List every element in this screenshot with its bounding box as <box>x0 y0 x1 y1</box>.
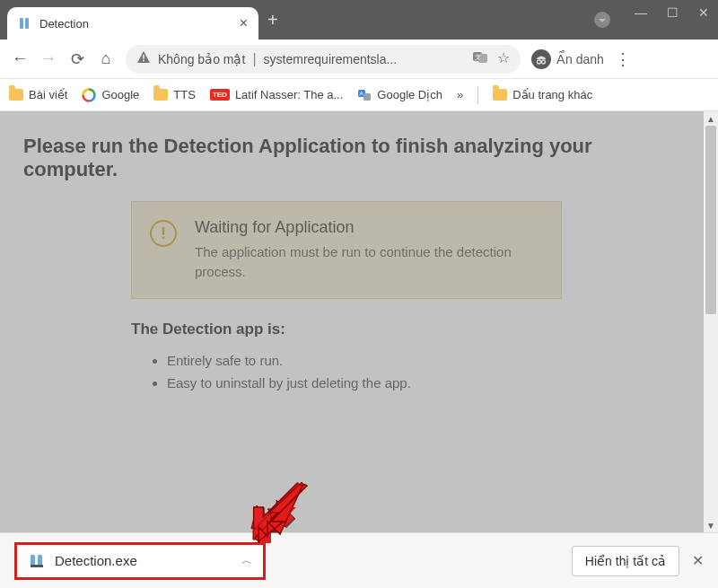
bookmark-star-icon[interactable]: ☆ <box>497 49 510 69</box>
incognito-label: Ẩn danh <box>556 52 604 66</box>
bookmarks-separator <box>477 86 478 104</box>
download-bar: Detection.exe ︿ Hiển thị tất cả ✕ <box>0 532 718 588</box>
svg-rect-15 <box>363 93 371 101</box>
address-bar[interactable]: Không bảo mật | systemrequirementsla... … <box>126 45 521 74</box>
security-label: Không bảo mật <box>158 52 245 66</box>
window-minimize-button[interactable]: — <box>635 5 647 20</box>
svg-rect-25 <box>31 565 43 567</box>
forward-button[interactable]: → <box>39 49 57 68</box>
vertical-scrollbar[interactable]: ▲ ▼ <box>704 111 718 532</box>
chevron-up-icon[interactable]: ︿ <box>241 553 252 568</box>
url-text: systemrequirementsla... <box>264 52 398 66</box>
bookmark-label: Google Dịch <box>377 88 442 101</box>
tab-close-icon[interactable]: × <box>240 15 248 31</box>
browser-tab[interactable]: Detection × <box>7 7 258 39</box>
scroll-thumb[interactable] <box>705 126 716 314</box>
exe-file-icon <box>28 552 46 570</box>
svg-text:文: 文 <box>475 54 481 60</box>
bookmark-label: Latif Nasser: The a... <box>235 88 343 101</box>
red-arrow-icon <box>253 484 312 543</box>
account-chevron-icon[interactable] <box>594 12 610 28</box>
download-filename: Detection.exe <box>55 553 137 568</box>
bookmark-other[interactable]: Dấu trang khác <box>493 88 592 101</box>
content-area: Please run the Detection Application to … <box>0 111 718 588</box>
browser-toolbar: ← → ⟳ ⌂ Không bảo mật | systemrequiremen… <box>0 39 718 79</box>
dim-overlay <box>0 111 718 588</box>
bookmark-ted[interactable]: TED Latif Nasser: The a... <box>210 88 343 101</box>
bookmark-label: Dấu trang khác <box>512 88 592 101</box>
bookmark-googledich[interactable]: A Google Dịch <box>357 88 442 102</box>
svg-rect-0 <box>20 18 23 29</box>
svg-rect-3 <box>143 55 144 59</box>
new-tab-button[interactable]: + <box>267 10 278 31</box>
home-button[interactable]: ⌂ <box>97 49 115 68</box>
download-item[interactable]: Detection.exe ︿ <box>14 542 266 580</box>
reload-button[interactable]: ⟳ <box>68 49 86 69</box>
folder-icon <box>493 89 507 101</box>
bookmark-label: TTS <box>173 88 196 101</box>
scroll-down-arrow[interactable]: ▼ <box>704 518 718 532</box>
svg-rect-4 <box>143 59 144 61</box>
titlebar: Detection × + — ☐ ✕ <box>0 0 718 39</box>
svg-point-8 <box>538 60 541 64</box>
tab-title: Detection <box>39 17 232 31</box>
show-all-downloads-button[interactable]: Hiển thị tất cả <box>572 546 679 576</box>
folder-icon <box>9 89 23 101</box>
window-controls: — ☐ ✕ <box>635 5 709 20</box>
favicon-detection <box>18 16 32 31</box>
omnibox-divider: | <box>252 51 256 67</box>
incognito-icon <box>531 49 551 69</box>
ted-icon: TED <box>210 89 230 101</box>
bookmark-label: Google <box>101 88 139 101</box>
translate-icon[interactable]: 文 <box>472 49 488 69</box>
window-maximize-button[interactable]: ☐ <box>667 5 679 20</box>
bookmark-tts[interactable]: TTS <box>153 88 196 101</box>
google-icon <box>82 88 96 102</box>
not-secure-icon <box>136 50 151 68</box>
bookmark-google[interactable]: Google <box>82 88 139 102</box>
svg-point-9 <box>542 60 546 64</box>
bookmark-baiviet[interactable]: Bài viết <box>9 88 67 101</box>
folder-icon <box>153 89 168 101</box>
incognito-indicator[interactable]: Ẩn danh <box>531 49 604 69</box>
back-button[interactable]: ← <box>11 49 29 68</box>
window-close-button[interactable]: ✕ <box>698 5 709 20</box>
bookmarks-bar: Bài viết Google TTS TED Latif Nasser: Th… <box>0 79 718 111</box>
translate-bookmark-icon: A <box>357 88 372 102</box>
svg-text:A: A <box>360 91 363 96</box>
scroll-up-arrow[interactable]: ▲ <box>704 111 718 126</box>
svg-rect-1 <box>25 18 29 29</box>
bookmark-label: Bài viết <box>29 88 67 101</box>
close-download-bar-button[interactable]: ✕ <box>692 552 704 569</box>
bookmarks-overflow-button[interactable]: » <box>457 88 463 101</box>
browser-menu-button[interactable]: ⋮ <box>615 49 631 69</box>
